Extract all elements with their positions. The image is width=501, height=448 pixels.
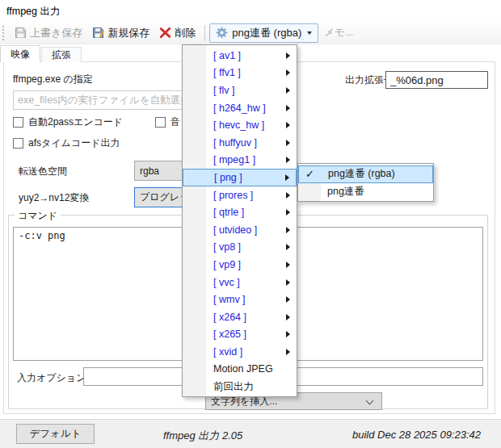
audio-checkbox-row: 音: [155, 115, 180, 129]
save-new-label: 新規保存: [107, 26, 149, 40]
afs-timecode-label: afsタイムコード出力: [28, 136, 120, 150]
tab-video[interactable]: 映像: [0, 45, 40, 62]
menu-item-hevc-hw[interactable]: [ hevc_hw ]: [183, 116, 297, 134]
ffmpeg-output-window: ffmpeg 出力 上書き保存: [0, 0, 501, 448]
menu-item-x265[interactable]: [ x265 ]: [183, 326, 297, 344]
menu-item-label: 前回出力: [213, 380, 254, 394]
delete-button[interactable]: 削除: [154, 23, 200, 43]
menu-item-label: [ x265 ]: [213, 329, 246, 340]
menu-item-wmv[interactable]: [ wmv ]: [183, 291, 297, 308]
menu-item-mpeg1[interactable]: [ mpeg1 ]: [183, 152, 297, 170]
submenu-arrow-icon: [286, 296, 290, 303]
menu-item-last-output[interactable]: 前回出力: [183, 378, 297, 396]
menu-item-label: [ ffv1 ]: [213, 67, 241, 78]
submenu-item-label: png連番: [327, 185, 364, 199]
submenu-arrow-icon: [286, 105, 290, 111]
menu-item-xvid[interactable]: [ xvid ]: [183, 343, 297, 361]
menu-item-label: [ vp8 ]: [213, 241, 241, 253]
tab-extend[interactable]: 拡張: [41, 47, 82, 62]
menu-item-label: [ x264 ]: [213, 312, 246, 323]
menu-item-label: [ hevc_hw ]: [213, 119, 264, 131]
submenu-arrow-icon: [286, 209, 290, 216]
save-icon: [15, 27, 27, 39]
save-overwrite-button[interactable]: 上書き保存: [10, 23, 87, 43]
menu-item-utvideo[interactable]: [ utvideo ]: [183, 221, 297, 239]
menu-item-av1[interactable]: [ av1 ]: [183, 47, 297, 65]
submenu-arrow-icon: [286, 69, 290, 76]
menu-item-flv[interactable]: [ flv ]: [183, 82, 297, 99]
profile-dropdown-label: png連番 (rgba): [232, 26, 301, 40]
menu-item-label: [ vp9 ]: [213, 259, 241, 270]
submenu-arrow-icon: [286, 314, 290, 320]
build-date-text: build Dec 28 2025 09:23:42: [352, 429, 481, 441]
menu-item-x264[interactable]: [ x264 ]: [183, 308, 297, 326]
save-overwrite-label: 上書き保存: [30, 26, 82, 40]
submenu-arrow-icon: [286, 52, 290, 59]
delete-icon: [159, 27, 171, 39]
submenu-arrow-icon: [286, 279, 290, 286]
menu-item-label: [ huffyuv ]: [213, 137, 257, 149]
save-as-icon: [92, 27, 104, 39]
menu-item-label: [ vvc ]: [213, 277, 240, 288]
submenu-arrow-icon: [286, 140, 290, 146]
input-options-label: 入力オプション: [17, 371, 86, 385]
submenu-arrow-icon: [286, 87, 290, 94]
audio-label: 音: [171, 115, 180, 129]
afs-timecode-checkbox[interactable]: [13, 138, 23, 149]
submenu-arrow-icon: [286, 244, 290, 250]
checkmark-icon: ✓: [305, 168, 314, 180]
submenu-item-png-rgba[interactable]: ✓ png連番 (rgba): [298, 165, 433, 183]
menu-item-huffyuv[interactable]: [ huffyuv ]: [183, 134, 297, 152]
toolbar-separator: [204, 25, 205, 41]
menu-item-label: [ prores ]: [213, 190, 253, 201]
menu-item-label: Motion JPEG: [213, 363, 273, 375]
colorspace-value: rgba: [140, 165, 159, 177]
submenu-arrow-icon: [286, 349, 290, 355]
save-new-button[interactable]: 新規保存: [87, 23, 154, 43]
menu-item-label: [ utvideo ]: [213, 224, 257, 236]
menu-item-vvc[interactable]: [ vvc ]: [183, 274, 297, 291]
auto-2pass-checkbox-row: 自動2passエンコード: [13, 115, 123, 129]
dropdown-arrow-icon: [307, 31, 312, 35]
memo-tab[interactable]: メモ...: [324, 26, 353, 40]
menu-item-prores[interactable]: [ prores ]: [183, 186, 297, 204]
window-title: ffmpeg 出力: [6, 5, 60, 19]
menu-item-label: [ flv ]: [213, 85, 234, 96]
colorspace-label: 転送色空間: [19, 165, 67, 178]
auto-2pass-checkbox[interactable]: [13, 117, 23, 128]
submenu-arrow-icon: [286, 122, 290, 128]
toolbar-grip[interactable]: [2, 26, 6, 40]
submenu-arrow-icon: [286, 192, 290, 199]
output-extension-input[interactable]: [385, 71, 488, 89]
menu-item-label: [ wmv ]: [213, 294, 246, 305]
toolbar: 上書き保存 新規保存 削除: [0, 22, 501, 44]
menu-item-ffv1[interactable]: [ ffv1 ]: [183, 65, 297, 82]
yuy2-label: yuy2→nv12変換: [19, 191, 89, 205]
submenu-arrow-icon: [286, 227, 290, 233]
default-button[interactable]: デフォルト: [16, 424, 95, 444]
menu-item-label: [ av1 ]: [213, 50, 241, 61]
command-group-label: コマンド: [15, 209, 61, 223]
chevron-down-icon: [366, 397, 374, 405]
menu-item-label: [ xvid ]: [213, 346, 242, 358]
submenu-arrow-icon: [286, 157, 290, 163]
menu-item-vp9[interactable]: [ vp9 ]: [183, 256, 297, 274]
audio-checkbox[interactable]: [155, 117, 166, 128]
delete-label: 削除: [175, 26, 196, 40]
menu-item-qtrle[interactable]: [ qtrle ]: [183, 203, 297, 221]
menu-item-vp8[interactable]: [ vp8 ]: [183, 239, 297, 257]
profile-dropdown-button[interactable]: png連番 (rgba): [209, 23, 318, 43]
gear-icon: [216, 27, 228, 39]
menu-item-motion-jpeg[interactable]: Motion JPEG: [183, 361, 297, 379]
menu-item-label: [ h264_hw ]: [213, 103, 266, 114]
submenu-item-label: png連番 (rgba): [328, 167, 395, 181]
codec-menu: [ av1 ] [ ffv1 ] [ flv ] [ h264_hw ] [ h…: [182, 44, 297, 397]
afs-timecode-checkbox-row: afsタイムコード出力: [13, 136, 120, 150]
submenu-arrow-icon: [286, 331, 290, 337]
exe-label: ffmpeg.exe の指定: [13, 73, 93, 86]
menu-item-png[interactable]: [ png ]: [183, 169, 297, 186]
menu-item-label: [ mpeg1 ]: [213, 154, 255, 165]
submenu-item-png[interactable]: png連番: [298, 183, 433, 201]
menu-item-label: [ png ]: [214, 172, 242, 183]
menu-item-h264-hw[interactable]: [ h264_hw ]: [183, 99, 297, 117]
